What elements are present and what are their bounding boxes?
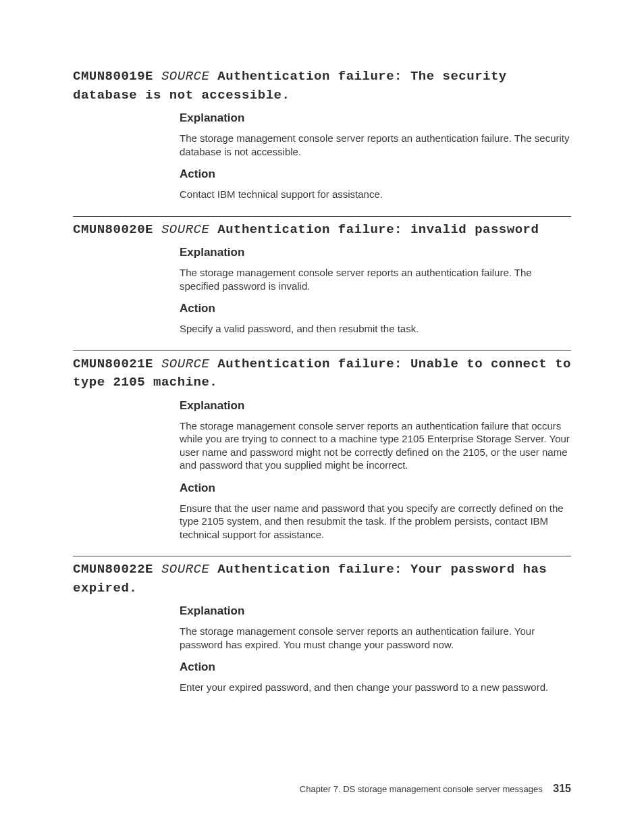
message-source: SOURCE	[161, 562, 209, 577]
action-text: Contact IBM technical support for assist…	[180, 188, 571, 201]
action-heading: Action	[180, 167, 571, 181]
message-entry: CMUN80019E SOURCE Authentication failure…	[73, 68, 571, 201]
explanation-heading: Explanation	[180, 246, 571, 259]
message-entry: CMUN80020E SOURCE Authentication failure…	[73, 216, 571, 336]
explanation-heading: Explanation	[180, 111, 571, 125]
message-body: Explanation The storage management conso…	[180, 246, 571, 336]
message-code: CMUN80020E	[73, 222, 153, 237]
action-heading: Action	[180, 302, 571, 315]
action-text: Ensure that the user name and password t…	[180, 502, 571, 542]
footer-chapter: Chapter 7. DS storage management console…	[300, 784, 543, 794]
footer-page-number: 315	[553, 783, 571, 794]
message-source: SOURCE	[161, 222, 209, 237]
message-header: CMUN80021E SOURCE Authentication failure…	[73, 355, 571, 392]
explanation-text: The storage management console server re…	[180, 625, 571, 651]
message-entry: CMUN80021E SOURCE Authentication failure…	[73, 350, 571, 542]
message-body: Explanation The storage management conso…	[180, 604, 571, 694]
action-text: Enter your expired password, and then ch…	[180, 681, 571, 694]
message-title: Authentication failure: invalid password	[217, 222, 539, 237]
explanation-text: The storage management console server re…	[180, 266, 571, 292]
message-code: CMUN80019E	[73, 69, 153, 84]
message-header: CMUN80019E SOURCE Authentication failure…	[73, 68, 571, 105]
message-body: Explanation The storage management conso…	[180, 111, 571, 201]
message-body: Explanation The storage management conso…	[180, 399, 571, 542]
page: CMUN80019E SOURCE Authentication failure…	[0, 0, 644, 834]
explanation-text: The storage management console server re…	[180, 419, 571, 472]
message-source: SOURCE	[161, 69, 209, 84]
page-footer: Chapter 7. DS storage management console…	[300, 783, 571, 795]
action-text: Specify a valid password, and then resub…	[180, 322, 571, 336]
explanation-text: The storage management console server re…	[180, 132, 571, 158]
message-entry: CMUN80022E SOURCE Authentication failure…	[73, 556, 571, 694]
explanation-heading: Explanation	[180, 399, 571, 413]
action-heading: Action	[180, 481, 571, 495]
message-code: CMUN80021E	[73, 357, 153, 371]
message-header: CMUN80020E SOURCE Authentication failure…	[73, 221, 571, 240]
message-header: CMUN80022E SOURCE Authentication failure…	[73, 561, 571, 598]
message-source: SOURCE	[161, 357, 209, 371]
message-code: CMUN80022E	[73, 562, 153, 577]
explanation-heading: Explanation	[180, 604, 571, 618]
action-heading: Action	[180, 660, 571, 674]
